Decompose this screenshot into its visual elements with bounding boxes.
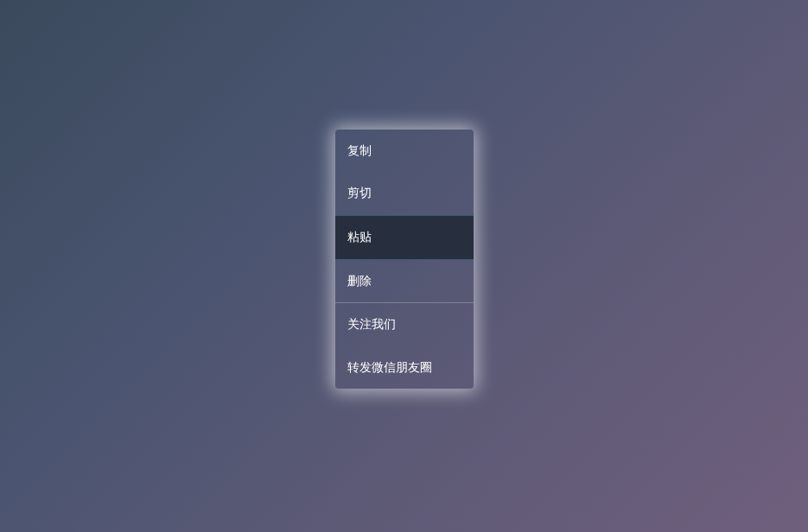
menu-item-follow-us[interactable]: 关注我们 — [335, 303, 474, 346]
menu-item-share-wechat[interactable]: 转发微信朋友圈 — [335, 346, 474, 390]
menu-item-delete[interactable]: 删除 — [335, 260, 474, 303]
context-menu: 复制 剪切 粘贴 删除 关注我们 转发微信朋友圈 — [335, 130, 474, 390]
menu-item-copy[interactable]: 复制 — [335, 130, 474, 173]
menu-group-social: 关注我们 转发微信朋友圈 — [335, 303, 474, 389]
menu-group-edit: 复制 剪切 粘贴 删除 — [335, 130, 474, 303]
menu-item-cut[interactable]: 剪切 — [335, 172, 474, 215]
menu-item-paste[interactable]: 粘贴 — [335, 215, 474, 260]
